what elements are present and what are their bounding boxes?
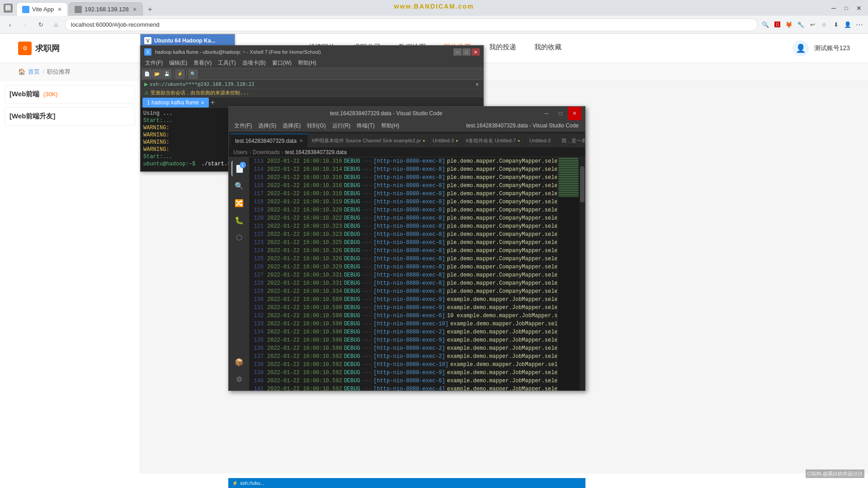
vscode-menu-goto[interactable]: 转到(G) [304,121,328,131]
xshell-tool-sep2 [186,70,187,78]
vscode-minimap [557,157,580,390]
xshell-tool-connect[interactable]: ⚡ [175,70,184,79]
tab-vite[interactable]: Vite App ✕ [16,2,68,16]
vscode-menu-file[interactable]: 文件(F) [231,121,255,131]
xshell-menu-window[interactable]: 窗口(W) [269,58,294,68]
vscode-tab-2[interactable]: #声明基本组件 Source Channel Sink example2.pr … [308,134,429,147]
vscode-max-button[interactable]: □ [554,107,567,120]
vscode-git-icon[interactable]: 🔀 [231,195,247,211]
log-sep: --- [362,361,372,369]
log-level: DEBUG [344,344,360,352]
xshell-close-button[interactable]: ✕ [472,48,480,56]
breadcrumb-current: 职位推荐 [47,68,71,76]
window-controls: ─ □ ✕ [828,3,864,14]
extensions-area: 🔍 🅾 🦊 🔧 ↩ ☆ ⬇ 👤 ⋯ [760,20,864,30]
bookmark-icon[interactable]: ☆ [819,20,829,30]
vscode-tab-4[interactable]: #各组件命名 Untitled-7 ● [462,134,525,147]
profile-icon[interactable]: 👤 [843,20,853,30]
vscode-search-side-icon[interactable]: 🔍 [231,178,247,193]
log-line: 2022-01-22 16:00:10.590 DEBUG --- [http-… [267,344,557,352]
log-line: 2022-01-22 16:00:10.329 DEBUG --- [http-… [267,263,557,271]
vpn-icon[interactable]: 🅾 [772,20,782,30]
vscode-menu-terminal[interactable]: 终端(T) [354,121,377,131]
vscode-tab-5[interactable]: Untitled-3 [526,134,557,147]
vscode-debug-icon[interactable]: 🐛 [231,212,247,228]
tab-ip-close[interactable]: ✕ [132,6,137,13]
vscode-explorer-icon[interactable]: 📄 1 [231,161,247,176]
vscode-menu-select[interactable]: 选择(S) [255,121,279,131]
minimize-button[interactable]: ─ [828,3,839,14]
tab2-modified: ● [423,139,425,143]
tab4-label: #各组件命名 Untitled-7 [466,137,516,144]
xshell-max-button[interactable]: □ [462,48,471,56]
xshell-tool-find[interactable]: 🔍 [189,70,198,79]
xshell-menu-tools[interactable]: 工具(T) [215,58,238,68]
tab-vite-close[interactable]: ✕ [57,6,62,13]
tab-ip[interactable]: 192.168.139.128 ✕ [69,2,143,16]
vscode-close-button[interactable]: ✕ [568,107,581,120]
log-line: 2022-01-22 16:00:10.325 DEBUG --- [http-… [267,239,557,247]
xshell-tool-save[interactable]: 💾 [162,70,171,79]
xshell-tab-close-icon[interactable]: ✕ [201,100,204,105]
log-line: 2022-01-22 16:00:10.316 DEBUG --- [http-… [267,182,557,190]
job-item-1[interactable]: [Web前端 (30K) [5,85,135,103]
xshell-menu-help[interactable]: 帮助(H) [295,58,319,68]
search-extension-icon[interactable]: 🔍 [760,20,770,30]
reload-button[interactable]: ↻ [34,19,47,31]
tab-active-close[interactable]: ✕ [299,138,303,143]
job-item-2[interactable]: [Web前端升友] [5,107,135,126]
xshell-tool-new[interactable]: 📄 [142,70,151,79]
log-content-text: ple.demo.mapper.CompanyMapper.selectById… [447,190,557,198]
vscode-tab-active[interactable]: test.1642838407329.data ✕ [231,134,307,147]
download-icon[interactable]: ⬇ [831,20,841,30]
log-content-area[interactable]: 2022-01-22 16:00:10.316 DEBUG --- [http-… [267,157,557,390]
log-level: DEBUG [344,190,360,198]
log-thread: [http-nio-8080-exec-8] [373,279,445,287]
nav-item-submitted[interactable]: 我的投递 [489,43,516,53]
vscode-remote-icon[interactable]: 📦 [231,354,247,370]
close-button[interactable]: ✕ [854,3,864,14]
address-bar[interactable]: localhost:60000/#/job-recommend [65,19,758,31]
log-time: 2022-01-22 16:00:10.326 [267,255,342,263]
vscode-tab-3[interactable]: Untitled-3 ● [429,134,462,147]
vscode-scroll-thumb[interactable] [580,166,585,202]
xshell-menu-view[interactable]: 查看(V) [191,58,214,68]
vscode-editor[interactable]: 1131141151161171181191201211221231241251… [249,157,585,390]
xshell-menu-tab[interactable]: 选项卡(B) [240,58,269,68]
xshell-tool-open[interactable]: 📂 [152,70,161,79]
xshell-menu-edit[interactable]: 编辑(E) [166,58,190,68]
xshell-tab-active[interactable]: 1 hadoop kafka flume ✕ [142,98,209,108]
vscode-tab-6[interactable]: 我，是一名温暖 ● [558,134,585,147]
vscode-scrollbar[interactable] [580,157,585,390]
home-button[interactable]: ⌂ [50,19,62,31]
maximize-button[interactable]: □ [841,3,852,14]
ext2-icon[interactable]: 🔧 [796,20,806,30]
forward-button[interactable]: › [19,19,32,31]
vscode-extensions-icon[interactable]: ⬡ [231,230,247,245]
xshell-tab-add-button[interactable]: + [211,99,215,107]
nav-item-favorites[interactable]: 我的收藏 [534,43,561,53]
new-tab-button[interactable]: + [144,3,156,16]
vscode-menu-help[interactable]: 帮助(H) [378,121,402,131]
vscode-min-button[interactable]: ─ [540,107,553,120]
back-button[interactable]: ‹ [4,19,16,31]
browser-chrome: ⬜ Vite App ✕ 192.168.139.128 ✕ + www.BAN… [0,0,868,488]
log-time: 2022-01-22 16:00:10.590 [267,304,342,312]
log-line: 2022-01-22 16:00:10.323 DEBUG --- [http-… [267,230,557,239]
minimap-line [558,177,579,178]
breadcrumb-home[interactable]: 首页 [28,68,40,76]
xshell-min-button[interactable]: ─ [453,48,462,56]
vscode-menu-run[interactable]: 运行(R) [330,121,354,131]
ssh-status-text[interactable]: ssh://ubu... [240,480,264,486]
log-sep: --- [362,336,372,344]
address-text: localhost:60000/#/job-recommend [71,21,160,28]
job-title-2: [Web前端升友] [9,112,55,120]
vscode-settings-icon[interactable]: ⚙ [231,371,247,387]
line-number: 121 [249,222,264,230]
xshell-addr-dropdown[interactable]: ▼ [475,82,480,87]
xshell-menu-file[interactable]: 文件(F) [142,58,165,68]
ext3-icon[interactable]: ↩ [807,20,817,30]
more-icon[interactable]: ⋯ [854,20,864,30]
vscode-menu-edit[interactable]: 选择(E) [280,121,303,131]
ext1-icon[interactable]: 🦊 [784,20,794,30]
